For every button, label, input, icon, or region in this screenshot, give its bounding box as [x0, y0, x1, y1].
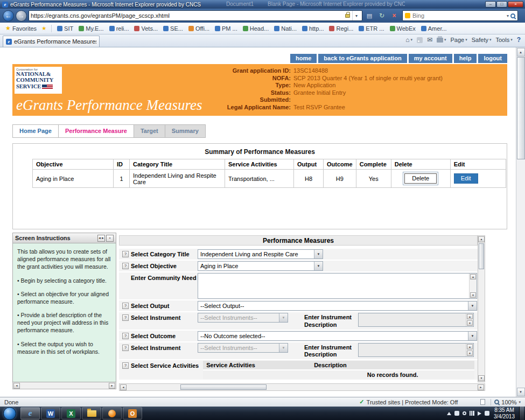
page-menu-button[interactable]: Page▾	[451, 37, 467, 43]
url-dropdown-icon[interactable]: ▾	[352, 11, 360, 20]
help-icon[interactable]: ?	[122, 362, 129, 369]
favorite-item[interactable]: Regi...	[327, 24, 355, 33]
favorite-item[interactable]: Nati...	[272, 24, 299, 33]
help-icon[interactable]: ?	[122, 303, 129, 309]
show-hidden-icons[interactable]	[447, 412, 451, 415]
help-icon[interactable]: ?	[122, 251, 129, 257]
nav-home-button[interactable]: home	[290, 54, 317, 63]
scroll-right-button[interactable]: ►	[478, 384, 484, 390]
taskbar-word-button[interactable]: W	[41, 407, 60, 419]
community-need-textarea[interactable]: ▲ ▼	[198, 273, 477, 299]
print-button[interactable]: ▾	[437, 38, 446, 43]
favorite-item[interactable]: Amer...	[419, 24, 449, 33]
compatibility-view-icon[interactable]: ▤	[364, 10, 375, 21]
field-value: New Application	[293, 82, 335, 89]
tab-performance-measure[interactable]: Performance Measure	[58, 124, 134, 138]
help-button[interactable]: ?	[517, 36, 521, 44]
favorite-item[interactable]: Offi...	[186, 24, 212, 33]
refresh-button[interactable]: ↻	[376, 10, 387, 21]
tools-menu-button[interactable]: Tools▾	[495, 37, 512, 43]
taskbar-folder-button[interactable]	[82, 407, 101, 419]
scroll-down-button[interactable]: ▼	[517, 388, 525, 396]
close-button[interactable]: ×	[508, 1, 523, 8]
add-favorite-button[interactable]: ★	[40, 25, 48, 31]
nav-my-account-button[interactable]: my account	[409, 54, 452, 63]
close-panel-button[interactable]: ×	[106, 235, 114, 242]
scroll-down-button[interactable]: ▼	[478, 375, 485, 381]
collapse-panel-button[interactable]: ◄►	[97, 235, 105, 242]
show-desktop-button[interactable]	[519, 407, 524, 420]
output-select[interactable]: --Select Output-- ▼	[198, 301, 477, 311]
form-vertical-scrollbar[interactable]: ▲ ▼	[478, 235, 485, 382]
scrollbar-thumb[interactable]	[479, 243, 484, 269]
volume-icon[interactable]	[478, 411, 481, 416]
objective-select[interactable]: Aging in Place ▼	[198, 261, 323, 271]
nav-back-to-egrants-button[interactable]: back to eGrants application	[318, 54, 407, 63]
help-icon[interactable]: ?	[122, 314, 129, 321]
scroll-right-button[interactable]: ►	[109, 383, 115, 389]
search-box[interactable]: Bing ▾	[402, 10, 518, 21]
taskbar-excel-button[interactable]: X	[61, 407, 81, 419]
maximize-button[interactable]: □	[496, 1, 507, 8]
search-magnifier-icon[interactable]	[510, 13, 515, 18]
favorite-item[interactable]: WebEx	[388, 24, 418, 33]
start-button[interactable]	[3, 407, 16, 420]
outcome-select[interactable]: --No Outcome selected-- ▼	[198, 331, 477, 341]
search-dropdown-icon[interactable]: ▾	[507, 13, 509, 18]
favorite-item[interactable]: Vets...	[132, 24, 160, 33]
browser-tab[interactable]: e eGrants Performance Measures	[3, 36, 100, 47]
tab-summary[interactable]: Summary	[165, 124, 206, 138]
taskbar-ie-button[interactable]: e	[20, 407, 40, 419]
help-icon[interactable]: ?	[122, 333, 129, 339]
scroll-up-button[interactable]: ▲	[470, 274, 476, 279]
scrollbar-thumb[interactable]	[180, 384, 267, 390]
action-center-icon[interactable]	[485, 411, 489, 416]
summary-table: Objective ID Category Title Service Acti…	[32, 159, 506, 188]
scroll-left-button[interactable]: ◄	[13, 383, 20, 389]
taskbar-media-button[interactable]	[102, 407, 122, 419]
scroll-left-button[interactable]: ◄	[120, 384, 127, 390]
favorite-item[interactable]: SE...	[161, 24, 185, 33]
textarea-scrollbar[interactable]: ▲ ▼	[469, 274, 477, 298]
help-icon[interactable]: ?	[122, 263, 129, 269]
favorite-item[interactable]: My.E...	[76, 24, 106, 33]
form-horizontal-scrollbar[interactable]: ◄ ►	[119, 383, 485, 391]
forward-button[interactable]: →	[16, 10, 27, 22]
tray-icon[interactable]	[463, 411, 466, 415]
tab-target[interactable]: Target	[134, 124, 165, 138]
scroll-down-button[interactable]: ▼	[470, 292, 476, 298]
edit-button[interactable]: Edit	[454, 173, 478, 184]
favorite-item[interactable]: http...	[300, 24, 326, 33]
page-vertical-scrollbar[interactable]: ▲ ▼	[516, 47, 525, 397]
tab-home-page[interactable]: Home Page	[12, 124, 58, 138]
back-button[interactable]: ←	[3, 10, 14, 22]
network-icon[interactable]	[470, 411, 474, 416]
scroll-up-button[interactable]: ▲	[517, 48, 525, 57]
nav-logout-button[interactable]: logout	[478, 54, 507, 63]
favorite-item[interactable]: reli...	[107, 24, 131, 33]
category-title-select[interactable]: Independent Living and Respite Care ▼	[198, 249, 323, 259]
favorite-item[interactable]: PM ...	[213, 24, 240, 33]
favorite-item[interactable]: ETR ...	[356, 24, 386, 33]
safety-menu-button[interactable]: Safety▾	[472, 37, 492, 43]
stop-button[interactable]: ×	[389, 10, 400, 21]
clock[interactable]: 8:35 AM 3/4/2013	[494, 407, 515, 420]
tray-icon[interactable]	[454, 411, 459, 416]
scroll-up-button[interactable]: ▲	[478, 236, 485, 242]
zoom-control[interactable]: 100% ▾	[494, 399, 521, 405]
feeds-button[interactable]	[417, 37, 423, 43]
instructions-scrollbar[interactable]: ◄ ►	[12, 382, 116, 389]
home-button[interactable]: ⌂▾	[405, 36, 412, 44]
minimize-button[interactable]: –	[485, 1, 496, 8]
favorites-button[interactable]: ★ Favorites	[3, 24, 39, 33]
favorite-item[interactable]: SIT	[55, 24, 75, 33]
taskbar-outlook-button[interactable]: O	[123, 407, 142, 419]
field-label: Select Outcome	[131, 331, 198, 339]
delete-button[interactable]: Delete	[404, 173, 437, 184]
url-field[interactable]: https://egrants.cns.gov/egrantsPM/page_s…	[29, 10, 362, 21]
scrollbar-thumb[interactable]	[517, 57, 525, 159]
favorite-item[interactable]: Head...	[241, 24, 271, 33]
read-mail-button[interactable]: ✉	[427, 36, 432, 44]
nav-help-button[interactable]: help	[454, 54, 477, 63]
help-icon[interactable]: ?	[122, 345, 129, 351]
